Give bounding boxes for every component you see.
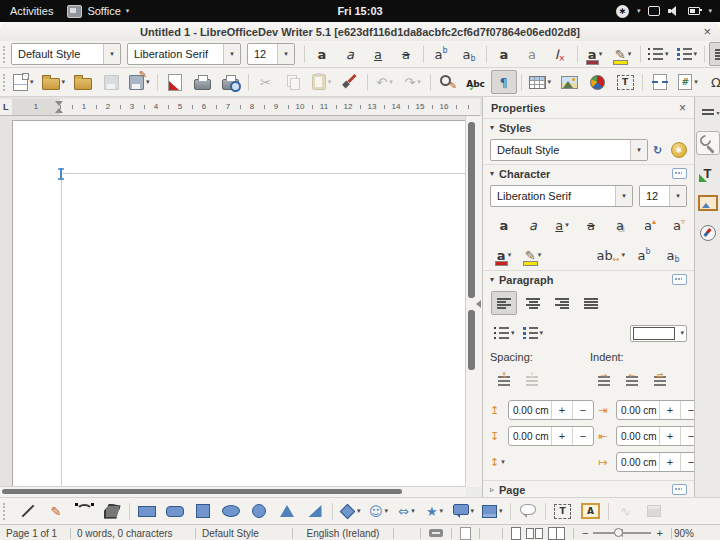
zoom-level[interactable]: 90% (672, 528, 700, 539)
word-count-status[interactable]: 0 words, 0 characters (71, 528, 195, 539)
sidebar-font-size-select[interactable]: 12 ▾ (639, 185, 687, 207)
align-center-button[interactable] (520, 291, 546, 315)
insert-field-dropdown-arrow[interactable]: ▾ (694, 78, 698, 86)
isosceles-triangle-button[interactable] (274, 499, 300, 523)
symbol-shapes-dropdown-arrow[interactable]: ▾ (385, 507, 389, 515)
decrement-button[interactable]: − (680, 453, 694, 471)
line-spacing-button[interactable]: ↕ ▾ (490, 456, 504, 469)
sb-unordered-list-dropdown-arrow[interactable]: ▾ (511, 329, 515, 337)
book-view-button[interactable] (548, 527, 565, 540)
ordered-list-button[interactable]: ▾ (674, 42, 701, 66)
clone-formatting-button[interactable] (337, 70, 363, 94)
indent-after-spinner[interactable]: 0.00 cm + − (616, 426, 694, 446)
multi-page-view-button[interactable] (526, 528, 543, 539)
undo-dropdown-arrow[interactable]: ▾ (389, 78, 393, 86)
decrease-font-size-button[interactable]: a▿ (666, 213, 692, 237)
paragraph-dialog-launcher-button[interactable] (672, 274, 687, 285)
dropdown-arrow-icon[interactable]: ▾ (103, 44, 120, 64)
align-right-button[interactable] (549, 291, 575, 315)
zoom-in-button[interactable]: + (656, 528, 662, 539)
system-indicators[interactable]: ∗ ▾ ▾ (616, 5, 712, 18)
flowchart-shapes-button[interactable]: ▾ (479, 499, 506, 523)
page-dialog-launcher-button[interactable] (672, 484, 687, 495)
circle-button[interactable] (246, 499, 272, 523)
decrement-button[interactable]: − (680, 401, 694, 419)
volume-icon[interactable] (668, 6, 680, 16)
find-replace-button[interactable] (435, 70, 461, 94)
sb-superscript-button[interactable]: ab (631, 243, 657, 267)
draw-text-box-button[interactable]: T (550, 499, 576, 523)
app-menu-button[interactable]: Soffice ▾ (67, 5, 129, 18)
sb-font-color-button[interactable]: a▾ (491, 243, 517, 267)
ellipse-button[interactable] (218, 499, 244, 523)
polygon-button[interactable] (99, 499, 125, 523)
stars-banners-button[interactable]: ★▾ (422, 499, 448, 523)
sb-ordered-list-button[interactable]: ▾ (520, 321, 547, 345)
ordered-list-dropdown-arrow[interactable]: ▾ (694, 50, 698, 58)
new-document-dropdown-arrow[interactable]: ▾ (30, 78, 34, 86)
sidebar-settings-button[interactable] (696, 101, 720, 125)
character-spacing-dropdown-arrow[interactable]: ▾ (621, 251, 625, 259)
decrement-button[interactable]: − (572, 401, 593, 419)
clock[interactable]: Fri 15:03 (337, 5, 382, 17)
bold-button[interactable]: a (309, 42, 335, 66)
highlighting-dropdown-arrow[interactable]: ▾ (628, 50, 632, 58)
vertical-scrollbar[interactable] (465, 116, 482, 487)
callout-shapes-button[interactable]: ▾ (450, 499, 478, 523)
basic-shapes-dropdown-arrow[interactable]: ▾ (357, 507, 361, 515)
decrement-button[interactable]: − (680, 427, 694, 445)
spelling-button[interactable]: Abc (463, 70, 489, 94)
selection-mode-icon[interactable] (429, 529, 443, 537)
document-modified-icon[interactable] (460, 527, 471, 540)
open-file-dropdown-arrow[interactable]: ▾ (62, 78, 66, 86)
insert-page-break-button[interactable] (647, 70, 673, 94)
activities-button[interactable]: Activities (10, 5, 53, 17)
align-left-button[interactable] (709, 42, 720, 66)
spacing-below-spinner[interactable]: 0.00 cm + − (508, 426, 594, 446)
paragraph-background-button[interactable]: ▾ (630, 325, 687, 342)
insert-chart-button[interactable] (584, 70, 610, 94)
sb-highlighting-dropdown-arrow[interactable]: ▾ (538, 251, 542, 259)
increase-font-size-button[interactable]: a▴ (637, 213, 663, 237)
unordered-list-button[interactable]: ▾ (645, 42, 672, 66)
new-document-button[interactable]: ▾ (10, 70, 37, 94)
title-bar[interactable]: Untitled 1 - LibreOfficeDev Writer 5.1 [… (0, 22, 720, 42)
rectangle-button[interactable] (134, 499, 160, 523)
system-menu-arrow-icon[interactable]: ▾ (708, 7, 712, 15)
decrease-indent-button[interactable]: ← (619, 369, 645, 393)
decrement-button[interactable]: − (572, 427, 593, 445)
right-triangle-button[interactable] (302, 499, 328, 523)
sb-shadow-button[interactable]: a (607, 213, 633, 237)
sb-strikethrough-button[interactable]: a (578, 213, 604, 237)
symbol-shapes-button[interactable]: ☺▾ (366, 499, 392, 523)
paragraph-section-header[interactable]: ▾ Paragraph (483, 271, 694, 288)
paste-dropdown-arrow[interactable]: ▾ (328, 78, 332, 86)
fontwork-button[interactable]: A (578, 499, 604, 523)
callout-shapes-dropdown-arrow[interactable]: ▾ (471, 507, 475, 515)
first-line-indent-spinner[interactable]: 0.00 cm + − (616, 452, 694, 472)
indent-marker-bottom[interactable] (55, 108, 63, 113)
open-file-button[interactable]: ▾ (39, 70, 69, 94)
character-dialog-launcher-button[interactable] (672, 168, 687, 179)
paragraph-style-select[interactable]: Default Style ▾ (11, 43, 121, 65)
font-color-dropdown-arrow[interactable]: ▾ (599, 50, 603, 58)
rounded-rectangle-button[interactable] (162, 499, 188, 523)
subscript-button[interactable]: ab (456, 42, 482, 66)
character-spacing-button[interactable]: ab↔▾ (594, 243, 628, 267)
sb-highlighting-button[interactable]: ✎▾ (520, 243, 546, 267)
superscript-button[interactable]: ab (428, 42, 454, 66)
dropdown-arrow-icon[interactable]: ▾ (630, 140, 647, 160)
sb-underline-button[interactable]: a▾ (549, 213, 575, 237)
align-justify-button[interactable] (578, 291, 604, 315)
toolbar-grip[interactable] (3, 46, 5, 63)
document-page[interactable] (12, 120, 466, 487)
redo-dropdown-arrow[interactable]: ▾ (417, 78, 421, 86)
underline-button[interactable]: a (365, 42, 391, 66)
insert-text-box-button[interactable]: T (612, 70, 638, 94)
increase-indent-button[interactable]: → (591, 369, 617, 393)
insert-table-dropdown-arrow[interactable]: ▾ (548, 78, 552, 86)
export-pdf-button[interactable] (162, 70, 188, 94)
dropdown-arrow-icon[interactable]: ▾ (277, 44, 294, 64)
close-window-button[interactable]: × (703, 23, 711, 40)
zoom-out-button[interactable]: − (582, 528, 588, 539)
